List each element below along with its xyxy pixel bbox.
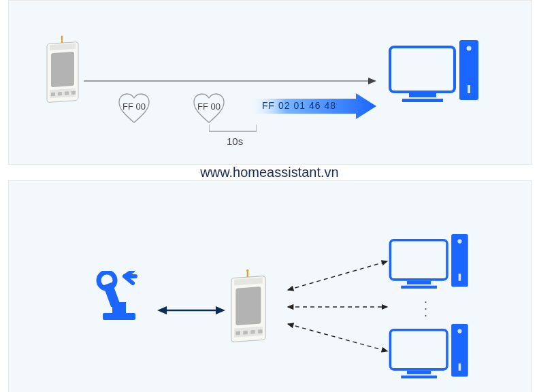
svg-point-17 (467, 46, 472, 51)
svg-rect-50 (459, 363, 461, 371)
svg-point-35 (246, 270, 248, 272)
svg-rect-41 (401, 286, 437, 289)
watermark: www.homeassistant.vn (0, 165, 539, 180)
timeline-arrow-icon (84, 74, 376, 88)
svg-line-38 (288, 324, 387, 351)
svg-rect-30 (235, 331, 240, 335)
svg-line-36 (288, 261, 387, 290)
svg-rect-32 (250, 330, 255, 334)
svg-rect-31 (243, 331, 248, 335)
timing-label: 10s (227, 135, 243, 147)
svg-rect-46 (407, 371, 431, 374)
svg-rect-13 (390, 47, 455, 92)
svg-rect-44 (459, 274, 461, 281)
svg-point-49 (457, 329, 461, 333)
svg-point-43 (457, 239, 461, 243)
bidirectional-arrow-icon (157, 304, 225, 317)
svg-rect-39 (390, 240, 447, 280)
panel-multiclient: ··· (8, 180, 532, 392)
svg-rect-15 (402, 99, 443, 102)
svg-rect-33 (258, 329, 263, 333)
svg-marker-25 (216, 306, 225, 314)
svg-rect-5 (58, 92, 62, 95)
device-module-icon (227, 268, 272, 350)
svg-rect-14 (409, 93, 436, 97)
heartbeat-code-2: FF 00 (193, 101, 225, 112)
robot-arm-icon (91, 271, 159, 325)
packet-value: FF 02 01 46 48 (262, 100, 336, 111)
device-module-icon (43, 35, 84, 110)
svg-point-9 (61, 35, 63, 37)
svg-rect-45 (390, 330, 447, 370)
svg-rect-7 (71, 91, 76, 95)
ellipsis-icon: ··· (424, 298, 427, 318)
heartbeat-code-1: FF 00 (118, 101, 150, 112)
svg-rect-40 (407, 281, 431, 284)
svg-rect-18 (468, 85, 470, 93)
computer-icon (389, 324, 470, 384)
svg-rect-4 (51, 93, 55, 96)
computer-icon (389, 234, 470, 294)
svg-rect-27 (235, 287, 261, 325)
svg-rect-1 (51, 52, 74, 87)
svg-rect-47 (401, 376, 437, 378)
computer-icon (389, 40, 480, 108)
svg-rect-6 (65, 91, 69, 95)
dashed-connections-icon (280, 249, 395, 365)
svg-marker-24 (157, 306, 167, 314)
svg-marker-11 (368, 78, 376, 84)
panel-heartbeat: FF 00 FF 00 10s FF 02 01 46 48 (8, 0, 532, 165)
